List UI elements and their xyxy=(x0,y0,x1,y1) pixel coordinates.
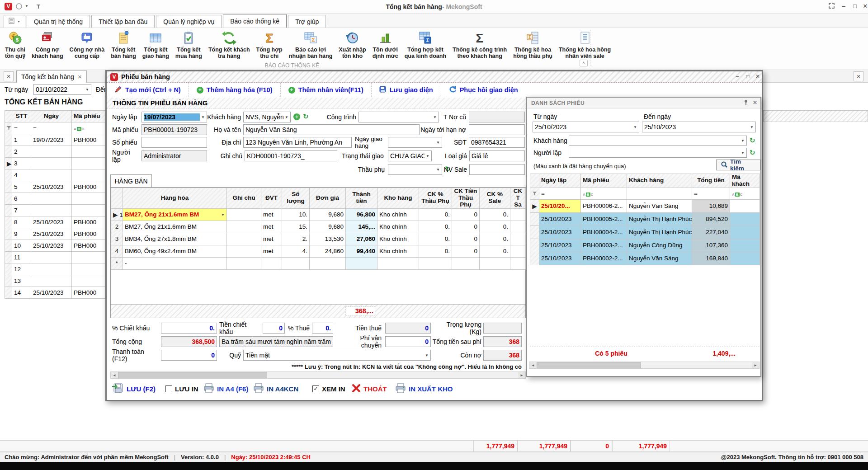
tien-ck-field[interactable]: 0 xyxy=(263,323,285,334)
panel-from-date-combo[interactable]: 25/10/2023▼ xyxy=(533,122,639,132)
add-customer-icon[interactable]: + xyxy=(293,113,300,120)
ribbon-item-cong-no-khach-hang[interactable]: Công nợ khách hàng xyxy=(28,29,66,61)
tab-quan-ly-nghiep-vu[interactable]: Quản lý nghiệp vụ xyxy=(156,15,222,28)
col-kho-hang[interactable]: Kho hàng xyxy=(377,188,419,209)
trong-luong-field[interactable] xyxy=(483,323,522,334)
pin-icon[interactable] xyxy=(743,99,749,107)
item-row[interactable]: 4 BM60, Ống 49x2.4mm BM met 4. 24,860 99… xyxy=(111,245,526,257)
menu-icon-tab[interactable]: ▼ xyxy=(4,15,25,28)
thue-field[interactable]: 0. xyxy=(312,323,333,334)
table-row[interactable]: 119/07/2023PBH000 xyxy=(5,134,105,146)
exit-button[interactable]: THOÁT xyxy=(352,381,387,396)
ribbon-item-tong-ket-ban-hang[interactable]: Tổng kết bán hàng xyxy=(108,29,139,61)
refresh-icon[interactable]: ↻ xyxy=(750,149,755,157)
scroll-left-icon[interactable]: ◄ xyxy=(111,372,118,378)
from-date-combo[interactable]: 01/10/2022▼ xyxy=(33,84,91,95)
table-row[interactable]: 825/10/2023PBH000 xyxy=(5,216,105,228)
ribbon-item-hoa-hong-thau-phu[interactable]: Σ Thống kê hoa hồng thầu phụ xyxy=(510,29,556,61)
tab-tro-giup[interactable]: Trợ giúp xyxy=(288,15,326,28)
in-a4kcn-button[interactable]: IN A4KCN xyxy=(253,381,298,396)
dia-chi-field[interactable]: 123 Nguyễn Văn Linh, Phường An xyxy=(243,137,352,148)
filter-cell[interactable]: ABC xyxy=(72,122,105,134)
dialog-minimize-icon[interactable]: – xyxy=(733,73,742,80)
dialog-titlebar[interactable]: V Phiếu bán hàng – □ ✕ xyxy=(107,71,762,83)
item-row[interactable]: 3 BM34, Ống 27x1.8mm BM met 2. 13,530 27… xyxy=(111,233,526,245)
add-item-button[interactable]: + Thêm hàng hóa (F10) xyxy=(189,83,281,97)
table-row[interactable]: 12 xyxy=(5,263,105,275)
save-layout-button[interactable]: Lưu giao diện xyxy=(372,83,441,97)
col-hang-hoa[interactable]: Hàng hóa xyxy=(123,188,227,209)
col-khach-hang[interactable]: Khách hàng xyxy=(627,174,692,188)
item-row[interactable]: ▶ 1 BM27, Ống 21x1.6mm BM▼ met 10. 9,680… xyxy=(111,208,526,221)
col-ma-phieu[interactable]: Mã phiếu xyxy=(581,174,627,188)
close-tab-button-right[interactable]: ✕ xyxy=(854,71,863,81)
table-row[interactable]: 525/10/2023PBH000 xyxy=(5,181,105,193)
col-ngay[interactable]: Ngày xyxy=(31,111,72,122)
dialog-horizontal-scrollbar[interactable]: ◄ ► xyxy=(110,371,526,379)
col-dvt[interactable]: ĐVT xyxy=(261,188,282,209)
close-icon[interactable]: ✕ xyxy=(860,3,868,9)
scrollbar-thumb[interactable] xyxy=(537,362,641,368)
new-item-row[interactable]: * - xyxy=(111,257,526,269)
receipt-row[interactable]: ▶ 25/10/20... PBH00006-2... Nguyễn Văn S… xyxy=(530,199,760,212)
receipt-row[interactable]: 25/10/2023 PBH00003-2... Nguyễn Công Dũn… xyxy=(530,239,760,252)
close-icon[interactable]: ✕ xyxy=(753,99,757,106)
receipt-row[interactable]: 25/10/2023 PBH00004-2... Nguyễn Thị Hạnh… xyxy=(530,226,760,239)
panel-khach-hang-combo[interactable]: ▼ xyxy=(569,136,747,146)
ghi-chu-field[interactable]: KDH00001-190723_ xyxy=(245,150,337,161)
col-thanh-tien[interactable]: Thành tiền xyxy=(346,188,377,209)
col-ck-sale[interactable]: CK % Sale xyxy=(480,188,510,209)
col-ck-tien-sale[interactable]: CK T Sa xyxy=(510,188,526,209)
scroll-right-icon[interactable]: ► xyxy=(518,372,525,378)
col-ck-thau-phu[interactable]: CK % Thầu Phụ xyxy=(419,188,452,209)
ribbon-item-hoa-hong-nhan-vien-sale[interactable]: Thống kê hoa hồng nhân viên sale xyxy=(556,29,614,61)
panel-nguoi-lap-combo[interactable]: ▼ xyxy=(569,148,747,158)
tab-quan-tri-he-thong[interactable]: Quản trị hệ thống xyxy=(27,15,90,28)
table-row[interactable]: 6 xyxy=(5,193,105,205)
table-row[interactable]: 11 xyxy=(5,252,105,263)
quy-combo[interactable]: Tiền mặt▼ xyxy=(243,350,431,361)
ribbon-item-tong-hop-thu-chi[interactable]: Σ Tổng hợp thu chi xyxy=(253,29,286,61)
ma-phieu-field[interactable]: PBH00001-190723 xyxy=(142,124,207,135)
ribbon-item-tong-hop-ket-qua-kinh-doanh[interactable]: Σ Tổng hợp kết quả kinh doanh xyxy=(401,29,449,61)
dialog-maximize-icon[interactable]: □ xyxy=(743,73,752,80)
ribbon-collapse-button[interactable]: ˄ xyxy=(580,60,588,66)
col-tong-tien[interactable]: Tổng tiền xyxy=(692,174,730,188)
t-no-cu-field[interactable] xyxy=(469,112,525,122)
fullscreen-icon[interactable] xyxy=(826,3,836,10)
ribbon-item-tong-ket-mua-hang[interactable]: Tổng kết mua hàng xyxy=(172,29,205,61)
restore-layout-button[interactable]: Phục hồi giao diện xyxy=(441,83,526,97)
trang-thai-combo[interactable]: CHƯA GIAO▼ xyxy=(388,150,432,161)
dropdown-icon[interactable]: ▼ xyxy=(221,213,225,217)
scroll-left-icon[interactable]: ◄ xyxy=(529,362,537,368)
loai-gia-field[interactable]: Giá lẻ xyxy=(469,150,525,161)
tien-thue-field[interactable]: 0 xyxy=(385,323,431,334)
col-ck-tien-thau-phu[interactable]: CK Tiền Thầu Phụ xyxy=(452,188,480,209)
col-so-luong[interactable]: Số lượng xyxy=(282,188,310,209)
col-stt[interactable]: STT xyxy=(12,111,31,122)
table-row[interactable]: ▶3 xyxy=(5,158,105,169)
tab-hang-ban[interactable]: HÀNG BÁN xyxy=(110,174,152,187)
scrollbar-thumb[interactable] xyxy=(118,372,267,378)
save-button[interactable]: LƯU (F2) xyxy=(112,381,156,396)
ribbon-item-thu-chi-ton-quy[interactable]: €$ Thu chi tồn quỹ xyxy=(2,29,28,61)
xem-in-checkbox[interactable]: ✓ XEM IN xyxy=(312,381,345,396)
document-tab-tong-ket-ban-hang[interactable]: Tổng kết bán hàng✕ xyxy=(16,70,87,83)
close-tab-button[interactable]: ✕ xyxy=(4,71,14,81)
ribbon-item-tong-ket-giao-hang[interactable]: Tổng kết giao hàng xyxy=(139,29,172,61)
luu-in-checkbox[interactable]: LƯU IN xyxy=(165,381,198,396)
tab-thiet-lap-ban-dau[interactable]: Thiết lập ban đầu xyxy=(91,15,155,28)
col-ma-phieu[interactable]: Mã phiếu xyxy=(72,111,105,122)
col-don-gia[interactable]: Đơn giá xyxy=(310,188,346,209)
filter-funnel-icon[interactable] xyxy=(5,122,12,134)
ngay-lap-combo[interactable]: 19/07/2023▼ xyxy=(142,112,207,122)
nv-sale-field[interactable] xyxy=(469,164,525,175)
new-button[interactable]: Tạo mới (Ctrl + N) xyxy=(107,83,189,97)
thau-phu-combo[interactable]: ▼ xyxy=(388,164,442,175)
ngay-giao-combo[interactable]: ▼ xyxy=(388,137,442,148)
maximize-icon[interactable]: □ xyxy=(850,3,860,9)
receipt-row[interactable]: 25/10/2023 PBH00002-2... Nguyễn Văn Sáng… xyxy=(530,252,760,265)
panel-to-date-combo[interactable]: 25/10/2023▼ xyxy=(642,122,756,132)
table-row[interactable]: 925/10/2023PBH000 xyxy=(5,228,105,240)
phi-vc-field[interactable]: 0 xyxy=(385,336,431,347)
